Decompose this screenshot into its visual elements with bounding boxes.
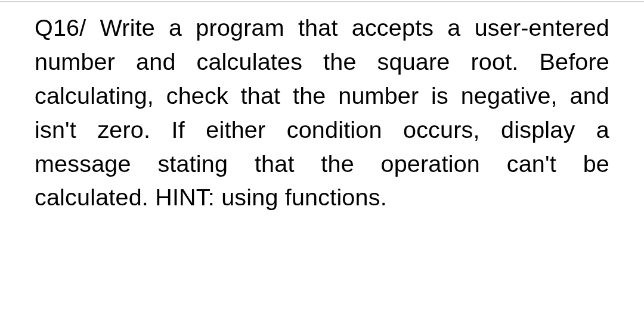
question-body: Write a program that accepts a user-ente… bbox=[35, 14, 609, 210]
question-paragraph: Q16/ Write a program that accepts a user… bbox=[35, 11, 609, 214]
document-content: Q16/ Write a program that accepts a user… bbox=[0, 0, 644, 226]
question-number: Q16/ bbox=[35, 14, 86, 41]
page-top-border bbox=[0, 1, 644, 2]
